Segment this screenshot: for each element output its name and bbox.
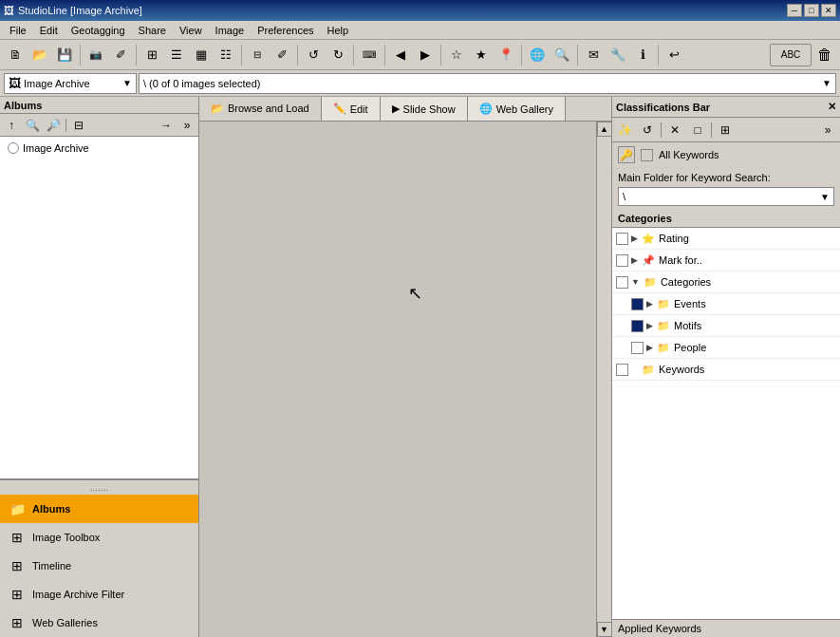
tb-open[interactable]: 📂 [28,44,51,66]
rp-more-btn[interactable]: » [817,121,838,140]
cat-motifs-icon: 📁 [656,318,671,333]
cat-rating-checkbox[interactable] [616,233,628,245]
tb-sep-6 [384,45,385,66]
nav-archive-filter-label: Image Archive Filter [32,589,124,600]
rp-refresh-btn[interactable]: ↺ [637,121,658,140]
menu-view[interactable]: View [174,23,208,38]
scroll-up-arrow[interactable]: ▲ [597,122,612,137]
menu-share[interactable]: Share [133,23,172,38]
tb-web2[interactable]: 🔍 [551,44,573,66]
albums-more-btn[interactable]: » [177,117,196,134]
tb-email[interactable]: ✉ [582,44,605,66]
cat-motifs-checkbox[interactable] [631,320,644,332]
cat-item-mark-for[interactable]: ▶ 📌 Mark for.. [612,250,840,272]
tb-draw[interactable]: ✐ [271,44,293,66]
albums-expand-btn[interactable]: → [157,117,176,134]
nav-image-archive-filter[interactable]: ⊞ Image Archive Filter [0,580,198,609]
cat-keywords-checkbox[interactable] [616,364,628,376]
minimize-button[interactable]: ─ [787,4,802,17]
resize-handle[interactable]: ....... [0,480,198,495]
tb-web1[interactable]: 🌐 [526,44,549,66]
archive-select[interactable]: 🖼 Image Archive ▼ [4,73,137,94]
cat-mark-checkbox[interactable] [616,254,628,267]
menu-file[interactable]: File [4,23,32,38]
tb-save[interactable]: 💾 [53,44,76,66]
cat-categories-icon: 📁 [643,274,658,290]
albums-search-btn[interactable]: 🔍 [23,117,42,134]
scroll-down-arrow[interactable]: ▼ [597,622,612,637]
cat-events-checkbox[interactable] [631,298,644,310]
menu-image[interactable]: Image [210,23,251,38]
menu-help[interactable]: Help [322,23,355,38]
main-area: Albums ↑ 🔍 🔎 ⊟ → » Image Archive .......… [0,97,840,637]
path-select[interactable]: \ (0 of 0 images selected) ▼ [139,73,836,94]
albums-collapse-btn[interactable]: ⊟ [69,117,88,134]
tb-edit[interactable]: ✐ [109,44,132,66]
menu-edit[interactable]: Edit [34,23,64,38]
tb-locate[interactable]: 📍 [495,44,517,66]
image-toolbox-nav-icon: ⊞ [8,528,27,547]
nav-web-galleries-label: Web Galleries [32,617,98,628]
cat-item-categories[interactable]: ▼ 📁 Categories [612,272,840,293]
menu-preferences[interactable]: Preferences [252,23,319,38]
tb-detail[interactable]: ☷ [215,44,237,66]
tb-tile[interactable]: ▦ [190,44,213,66]
tb-tools[interactable]: 🔧 [607,44,629,66]
tb-refresh[interactable]: ↺ [302,44,325,66]
cat-item-people[interactable]: ▶ 📁 People [612,337,840,359]
tb-spinner[interactable]: ⊟ [246,44,269,66]
tab-slide-show-label: Slide Show [403,103,456,115]
albums-zoom-btn[interactable]: 🔎 [44,117,63,134]
cat-item-motifs[interactable]: ▶ 📁 Motifs [612,315,840,337]
albums-up-btn[interactable]: ↑ [2,117,21,134]
nav-albums[interactable]: 📁 Albums [0,495,198,523]
tb-trash[interactable]: 🗑 [813,44,836,66]
all-keywords-row[interactable]: 🔑 All Keywords [612,142,840,168]
cat-categories-checkbox[interactable] [616,276,628,289]
menu-geotagging[interactable]: Geotagging [65,23,131,38]
close-button[interactable]: ✕ [821,4,836,17]
tree-item-label: Image Archive [23,142,89,154]
tb-list[interactable]: ☰ [165,44,188,66]
tab-browse-load[interactable]: 📂 Browse and Load [199,97,322,121]
tb-back[interactable]: ◀ [389,44,412,66]
rp-close-btn[interactable]: ✕ [664,121,685,140]
tb-star1[interactable]: ☆ [445,44,468,66]
cat-item-keywords[interactable]: ▶ 📁 Keywords [612,359,840,381]
tb-text[interactable]: ABC [770,44,812,66]
nav-web-galleries[interactable]: ⊞ Web Galleries [0,609,198,637]
rp-sun-btn[interactable]: ✨ [614,121,635,140]
tb-sep-5 [353,45,354,66]
rp-expand-btn[interactable]: □ [687,121,708,140]
classifications-bar-close[interactable]: ✕ [828,101,836,113]
tb-keyword[interactable]: ⌨ [358,44,381,66]
tab-edit[interactable]: ✏️ Edit [322,97,381,121]
main-folder-input[interactable]: ▼ [618,187,834,206]
nav-timeline[interactable]: ⊞ Timeline [0,552,198,580]
tb-refresh2[interactable]: ↻ [327,44,349,66]
applied-keywords-section: Applied Keywords [612,619,840,637]
tb-info[interactable]: ℹ [631,44,654,66]
cat-categories-label: Categories [661,276,836,288]
tab-browse-load-icon: 📂 [211,103,224,115]
tree-item-image-archive[interactable]: Image Archive [4,141,195,156]
tb-star2[interactable]: ★ [470,44,493,66]
main-folder-dropdown-btn[interactable]: ▼ [820,192,830,202]
tb-special[interactable]: ↩ [663,44,685,66]
nav-image-toolbox[interactable]: ⊞ Image Toolbox [0,523,198,552]
maximize-button[interactable]: □ [804,4,819,17]
tb-new[interactable]: 🗎 [4,44,27,66]
tb-fwd[interactable]: ▶ [414,44,437,66]
path-value: \ (0 of 0 images selected) [143,78,261,89]
rp-grid-btn[interactable]: ⊞ [715,121,736,140]
cat-item-rating[interactable]: ▶ ⭐ Rating [612,228,840,250]
all-keywords-checkbox[interactable] [641,149,653,161]
cat-people-checkbox[interactable] [631,342,644,354]
tab-slide-show[interactable]: ▶ Slide Show [381,97,468,121]
cat-item-events[interactable]: ▶ 📁 Events [612,293,840,315]
vertical-scrollbar[interactable]: ▲ ▼ [596,122,611,637]
tab-web-gallery[interactable]: 🌐 Web Gallery [468,97,566,121]
tb-scan[interactable]: 📷 [84,44,107,66]
main-folder-field[interactable] [623,191,820,202]
tb-grid[interactable]: ⊞ [140,44,163,66]
